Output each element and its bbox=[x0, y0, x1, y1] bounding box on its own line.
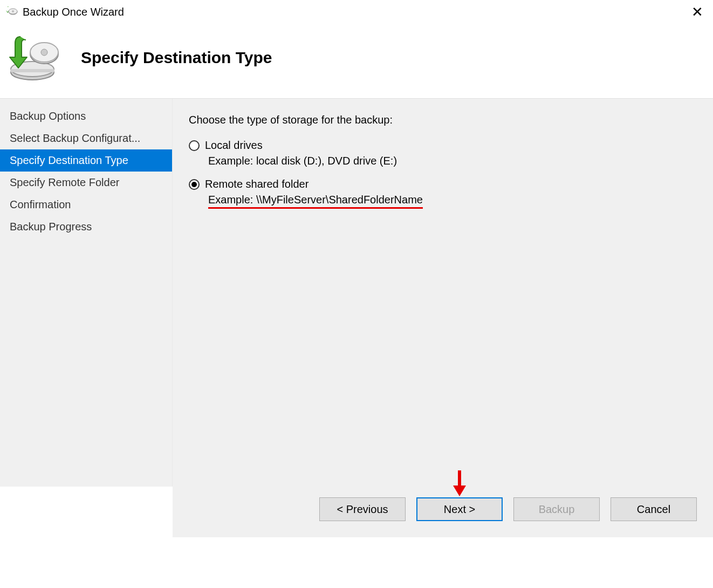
svg-point-2 bbox=[12, 10, 14, 12]
wizard-footer: < Previous Next > Backup Cancel bbox=[173, 487, 713, 537]
example-remote-text: Example: \\MyFileServer\SharedFolderName bbox=[208, 194, 423, 209]
radio-icon bbox=[189, 140, 200, 151]
titlebar: Backup Once Wizard ✕ bbox=[0, 0, 713, 23]
radio-local-drives[interactable]: Local drives bbox=[189, 139, 697, 152]
page-title: Specify Destination Type bbox=[81, 49, 272, 67]
radio-icon bbox=[189, 179, 200, 190]
instruction-text: Choose the type of storage for the backu… bbox=[189, 114, 697, 126]
window-title: Backup Once Wizard bbox=[23, 6, 687, 18]
step-specify-remote-folder[interactable]: Specify Remote Folder bbox=[0, 172, 172, 194]
step-specify-destination-type[interactable]: Specify Destination Type bbox=[0, 149, 172, 172]
step-confirmation[interactable]: Confirmation bbox=[0, 194, 172, 216]
svg-marker-10 bbox=[453, 486, 466, 496]
example-local: Example: local disk (D:), DVD drive (E:) bbox=[208, 155, 697, 167]
step-backup-progress[interactable]: Backup Progress bbox=[0, 216, 172, 238]
close-icon[interactable]: ✕ bbox=[687, 5, 708, 19]
radio-label-local: Local drives bbox=[205, 139, 263, 152]
app-icon bbox=[5, 5, 18, 18]
wizard-sidebar: Backup Options Select Backup Configurat.… bbox=[0, 99, 173, 487]
next-button[interactable]: Next > bbox=[416, 497, 503, 521]
radio-remote-shared-folder[interactable]: Remote shared folder bbox=[189, 178, 697, 190]
previous-button[interactable]: < Previous bbox=[319, 497, 406, 521]
example-remote: Example: \\MyFileServer\SharedFolderName bbox=[208, 194, 697, 209]
step-backup-options[interactable]: Backup Options bbox=[0, 105, 172, 127]
wizard-content: Choose the type of storage for the backu… bbox=[173, 99, 713, 487]
cancel-button[interactable]: Cancel bbox=[611, 497, 697, 521]
wizard-body: Backup Options Select Backup Configurat.… bbox=[0, 98, 713, 487]
wizard-header: Specify Destination Type bbox=[0, 23, 713, 98]
svg-rect-5 bbox=[11, 69, 54, 72]
svg-point-8 bbox=[41, 49, 47, 56]
radio-label-remote: Remote shared folder bbox=[205, 178, 308, 190]
backup-hero-icon bbox=[5, 33, 65, 82]
step-select-backup-configuration[interactable]: Select Backup Configurat... bbox=[0, 127, 172, 149]
arrow-down-icon bbox=[451, 469, 468, 499]
backup-button: Backup bbox=[513, 497, 600, 521]
